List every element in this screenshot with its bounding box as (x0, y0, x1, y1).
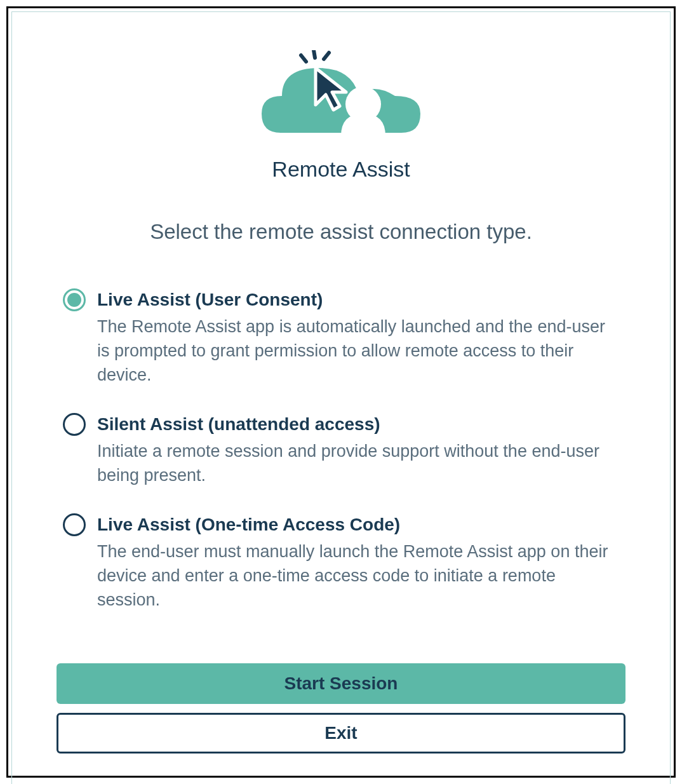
svg-line-1 (301, 55, 306, 62)
remote-assist-logo-icon (249, 50, 433, 145)
option-live-assist-consent[interactable]: Live Assist (User Consent) The Remote As… (63, 288, 619, 388)
option-title: Live Assist (One-time Access Code) (97, 513, 619, 536)
option-title: Silent Assist (unattended access) (97, 413, 619, 436)
option-text: Live Assist (One-time Access Code) The e… (97, 513, 619, 612)
option-desc: The Remote Assist app is automatically l… (97, 315, 619, 387)
svg-line-2 (314, 50, 315, 58)
radio-live-assist-consent[interactable] (63, 288, 86, 311)
dialog-subtitle: Select the remote assist connection type… (57, 220, 625, 244)
radio-live-assist-code[interactable] (63, 513, 86, 536)
dialog-panel: Remote Assist Select the remote assist c… (11, 11, 671, 784)
brand-title: Remote Assist (272, 157, 410, 182)
logo-area: Remote Assist (57, 50, 625, 182)
connection-type-options: Live Assist (User Consent) The Remote As… (57, 288, 625, 612)
option-silent-assist[interactable]: Silent Assist (unattended access) Initia… (63, 413, 619, 488)
option-desc: The end-user must manually launch the Re… (97, 540, 619, 612)
dialog-buttons: Start Session Exit (57, 663, 625, 754)
radio-silent-assist[interactable] (63, 413, 86, 436)
dialog-outer-border: Remote Assist Select the remote assist c… (6, 6, 676, 778)
start-session-button[interactable]: Start Session (57, 663, 625, 704)
option-text: Live Assist (User Consent) The Remote As… (97, 288, 619, 388)
option-text: Silent Assist (unattended access) Initia… (97, 413, 619, 488)
option-live-assist-code[interactable]: Live Assist (One-time Access Code) The e… (63, 513, 619, 612)
option-desc: Initiate a remote session and provide su… (97, 440, 619, 488)
exit-button[interactable]: Exit (57, 713, 625, 754)
option-title: Live Assist (User Consent) (97, 288, 619, 311)
svg-line-3 (324, 53, 329, 59)
